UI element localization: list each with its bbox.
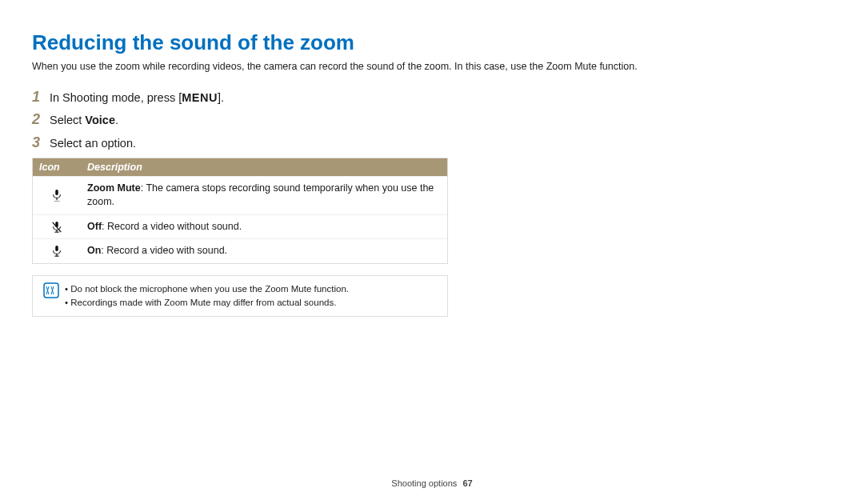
table-row: Off: Record a video without sound. [33, 214, 447, 239]
step-text-post: . [115, 114, 118, 126]
page-footer: Shooting options 67 [0, 478, 864, 488]
step-text: In Shooting mode, press [MENU]. [50, 90, 224, 107]
step-number: 3 [32, 134, 50, 151]
option-name: On [87, 245, 101, 256]
footer-section: Shooting options [391, 478, 457, 488]
footer-page-number: 67 [462, 478, 472, 488]
svg-rect-7 [55, 246, 58, 251]
table-row: On: Record a video with sound. [33, 238, 447, 263]
zoom-mute-icon: ZOOM [33, 177, 81, 214]
note-icon [41, 282, 62, 310]
col-header-icon: Icon [33, 158, 81, 176]
page-title: Reducing the sound of the zoom [32, 30, 832, 55]
svg-rect-0 [55, 190, 58, 195]
step-3: 3 Select an option. [32, 134, 448, 153]
step-number: 2 [32, 111, 50, 128]
step-text-pre: In Shooting mode, press [ [50, 91, 182, 104]
option-rest: : Record a video without sound. [102, 221, 242, 232]
svg-text:ZOOM: ZOOM [54, 201, 60, 202]
mic-on-icon [33, 239, 81, 263]
svg-rect-10 [44, 283, 58, 298]
cell-desc: Off: Record a video without sound. [81, 215, 447, 239]
steps-list: 1 In Shooting mode, press [MENU]. 2 Sele… [32, 89, 448, 318]
table-row: ZOOM Zoom Mute: The camera stops recordi… [33, 176, 447, 214]
step-number: 1 [32, 89, 50, 106]
note-item: Do not block the microphone when you use… [65, 282, 349, 296]
step-2: 2 Select Voice. [32, 111, 448, 130]
menu-key-label: MENU [182, 91, 218, 104]
voice-label: Voice [85, 114, 115, 126]
step-text: Select Voice. [50, 112, 118, 130]
option-name: Zoom Mute [87, 182, 141, 194]
note-box: Do not block the microphone when you use… [32, 275, 448, 318]
options-table: Icon Description ZOOM Zoom Mute: The cam… [32, 158, 448, 264]
option-name: Off [87, 221, 102, 232]
step-text-pre: Select [50, 114, 85, 126]
note-item: Recordings made with Zoom Mute may diffe… [65, 296, 349, 310]
intro-text: When you use the zoom while recording vi… [32, 60, 832, 74]
step-text: Select an option. [50, 135, 136, 153]
mic-off-icon [33, 215, 81, 239]
note-list: Do not block the microphone when you use… [62, 282, 349, 310]
step-1: 1 In Shooting mode, press [MENU]. [32, 89, 448, 107]
cell-desc: On: Record a video with sound. [81, 239, 447, 263]
option-rest: : Record a video with sound. [101, 245, 227, 256]
col-header-desc: Description [81, 158, 447, 176]
step-text-post: ]. [218, 91, 224, 104]
table-header-row: Icon Description [33, 158, 447, 176]
cell-desc: Zoom Mute: The camera stops recording so… [81, 177, 447, 214]
